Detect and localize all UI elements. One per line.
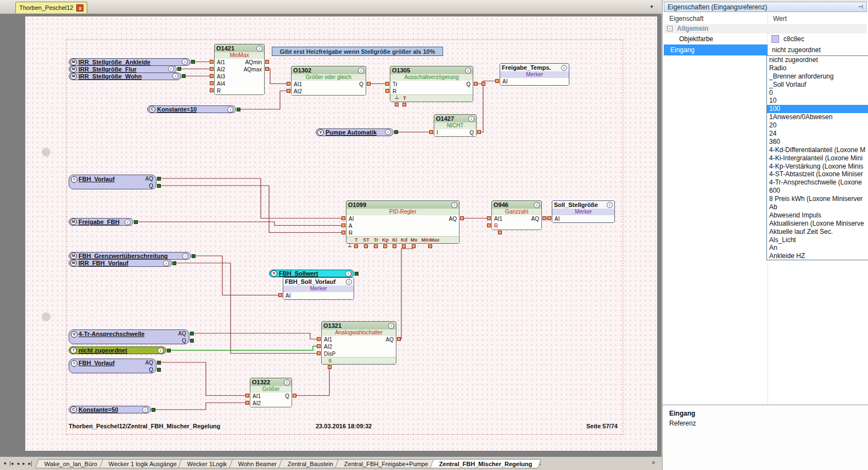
reference-tag-IRR_Stellgr__e_Ankleide[interactable]: MIRR_Stellgröße_Ankleidei [69, 58, 191, 66]
dropdown-item[interactable]: 100 [767, 105, 868, 113]
dropdown-item[interactable]: 4-Kd-Differentialanteil (Loxone M [767, 146, 868, 154]
info-icon[interactable]: i [468, 116, 474, 122]
properties-panel-title-bar[interactable]: Eigenschaften (Eingangsreferenz) ⊣ [664, 2, 867, 12]
output-pin[interactable] [190, 332, 194, 335]
connector-pin[interactable] [429, 130, 433, 134]
dropdown-item[interactable]: _Brenner anforderung [767, 72, 868, 81]
connector-pin[interactable] [278, 293, 282, 297]
dropdown-item[interactable]: Ab [767, 203, 868, 211]
function-block-Freigabe_Temps[interactable]: Freigabe_Temps.iMerkerAI [500, 63, 569, 86]
reference-tag-IRR_Stellgr__e_Flur[interactable]: MIRR_Stellgröße_Fluri [69, 65, 177, 73]
connector-pin[interactable] [460, 216, 464, 220]
connector-pin[interactable] [265, 67, 269, 71]
dropdown-item[interactable]: 8 Preis kWh (Loxone Miniserver [767, 195, 868, 203]
output-pin[interactable] [190, 339, 194, 343]
connector-pin[interactable] [395, 103, 399, 107]
collapse-icon[interactable]: − [667, 26, 673, 31]
dropdown-item[interactable]: 360 [767, 138, 868, 146]
reference-tag-Freigabe_FBH[interactable]: MFreigabe_FBHi [69, 218, 133, 226]
info-icon[interactable]: i [284, 379, 290, 385]
connector-pin[interactable] [210, 67, 214, 71]
info-icon[interactable]: i [561, 65, 567, 71]
function-block-O1099[interactable]: O1099iPID-ReglerAIARAQTSTTrKpKiKdMvMinMa… [346, 200, 460, 244]
info-icon[interactable]: i [346, 279, 352, 285]
connector-pin[interactable] [210, 88, 214, 92]
property-row-objektfarbe[interactable]: Objektfarbe c8c8ec [664, 33, 867, 44]
connector-pin[interactable] [287, 82, 290, 86]
dropdown-item[interactable]: 10 [767, 97, 868, 105]
connector-pin[interactable] [495, 79, 499, 83]
connector-pin[interactable] [293, 394, 296, 398]
info-icon[interactable]: i [358, 68, 364, 74]
reference-tag-Pumpe_Automatik[interactable]: VPumpe Automatiki [316, 128, 394, 136]
dropdown-item[interactable]: 4-Ki-Intergralanteil (Loxone Mini [767, 154, 868, 163]
sheet-tab-Wohn_Beamer[interactable]: Wohn Beamer [229, 459, 286, 468]
dropdown-item[interactable]: 1Anwesen/0Abwesen [767, 113, 868, 121]
reference-tag-IRR_FBH_Vorlauf[interactable]: MIRR_FBH_Vorlaufi [69, 259, 172, 267]
scroll-right-icon[interactable]: > [649, 460, 657, 466]
close-icon[interactable]: x [76, 4, 83, 12]
property-group-allgemein[interactable]: − Allgemein [664, 24, 867, 33]
connector-pin[interactable] [542, 216, 546, 220]
connector-pin[interactable] [287, 89, 290, 93]
sheetbar-dropdown-icon[interactable]: ▾ [2, 461, 8, 466]
dropdown-item[interactable]: nicht zugeordnet [767, 56, 868, 64]
output-pin[interactable] [157, 177, 161, 181]
info-icon[interactable]: i [607, 202, 613, 208]
connector-pin[interactable] [477, 130, 481, 134]
info-icon[interactable]: i [158, 348, 164, 354]
comment-box[interactable]: Gibt erst Heizfreigabe wenn Stellgröße g… [272, 47, 443, 56]
sheet-tab-Zentral_FBH_Mischer_Regelung[interactable]: Zentral_FBH_Mischer_Regelung [430, 459, 542, 468]
dropdown-item[interactable]: Aktuelle lauf Zeit Sec. [767, 228, 868, 236]
connector-pin[interactable] [481, 82, 485, 86]
reference-tag-FBH_Vorlauf[interactable]: IFBH_VorlaufAQQ [69, 175, 156, 189]
output-pin[interactable] [355, 272, 359, 276]
connector-pin[interactable] [341, 231, 345, 234]
reference-tag-IRR_Stellgr__e_Wohn[interactable]: MIRR_Stellgröße_Wohni [69, 72, 181, 80]
output-pin[interactable] [157, 184, 161, 188]
dropdown-item[interactable]: 4-Tr-Ansprechschwelle (Loxone [767, 178, 868, 187]
function-block-O1321[interactable]: O1321iAnalogwahlschalterAI1AI2DisPAQS [321, 321, 396, 365]
connector-pin[interactable] [547, 216, 551, 220]
function-block-O1322[interactable]: O1322iGrößerAI1AI2Q [250, 378, 292, 407]
output-pin[interactable] [237, 108, 240, 111]
info-icon[interactable]: i [534, 202, 540, 208]
output-pin[interactable] [182, 74, 186, 78]
next-sheet-icon[interactable]: ▸ [21, 461, 27, 466]
function-block-FBH_Soll_Vorlauf[interactable]: FBH_Soll_VorlaufiMerkerAI [283, 277, 354, 300]
pin-icon[interactable]: ⊣ [858, 3, 863, 10]
reference-tag-Konstante_10[interactable]: CKonstante=10i [147, 105, 236, 113]
output-pin[interactable] [157, 361, 161, 365]
dropdown-item[interactable]: 4-Kp-Verstärkung (Loxone Minis [767, 163, 868, 171]
sheet-tab-Wake_on_lan_B_ro[interactable]: Wake_on_lan_Büro [35, 459, 107, 468]
document-tab[interactable]: Thorben_Peschel12 x [15, 2, 87, 13]
dropdown-item[interactable]: 20 [767, 121, 868, 130]
connector-pin[interactable] [402, 244, 406, 248]
connector-pin[interactable] [487, 216, 491, 220]
output-pin[interactable] [172, 261, 176, 265]
dropdown-item[interactable]: 24 [767, 130, 868, 138]
connector-pin[interactable] [487, 223, 491, 227]
connector-pin[interactable] [385, 82, 389, 86]
reference-tag-Konstante_50[interactable]: CKonstante=50i [69, 406, 151, 413]
connector-pin[interactable] [265, 60, 269, 64]
dropdown-item[interactable]: 600 [767, 187, 868, 195]
function-block-O946[interactable]: O946iGanzzahlAI1RAQ [491, 200, 542, 230]
info-icon[interactable]: i [227, 107, 233, 113]
reference-tag-FBH_Vorlauf[interactable]: IFBH_VorlaufAQQ [69, 359, 156, 373]
info-icon[interactable]: i [142, 407, 148, 413]
connector-pin[interactable] [474, 82, 478, 86]
output-pin[interactable] [157, 368, 161, 372]
dropdown-item[interactable]: Als_Licht [767, 236, 868, 244]
connector-pin[interactable] [412, 244, 416, 248]
function-block-O1421[interactable]: O1421iMinMaxAI1AI2AI3AI4RAQminAQmax [214, 44, 265, 95]
connector-pin[interactable] [210, 81, 214, 85]
connector-pin[interactable] [245, 401, 249, 405]
connector-pin[interactable] [397, 337, 401, 341]
output-pin[interactable] [192, 254, 195, 258]
dropdown-item[interactable]: 4-ST-Abtastzeit (Loxone Miniser [767, 170, 868, 178]
sheet-tab-Wecker_1_logik_Ausg_nge[interactable]: Wecker 1 logik Ausgänge [99, 459, 186, 468]
dropdown-item[interactable]: _Soll Vorlauf [767, 81, 868, 89]
first-sheet-icon[interactable]: |◂ [8, 461, 15, 466]
property-row-eingang[interactable]: Eingang nicht zugeordnet [664, 44, 867, 55]
